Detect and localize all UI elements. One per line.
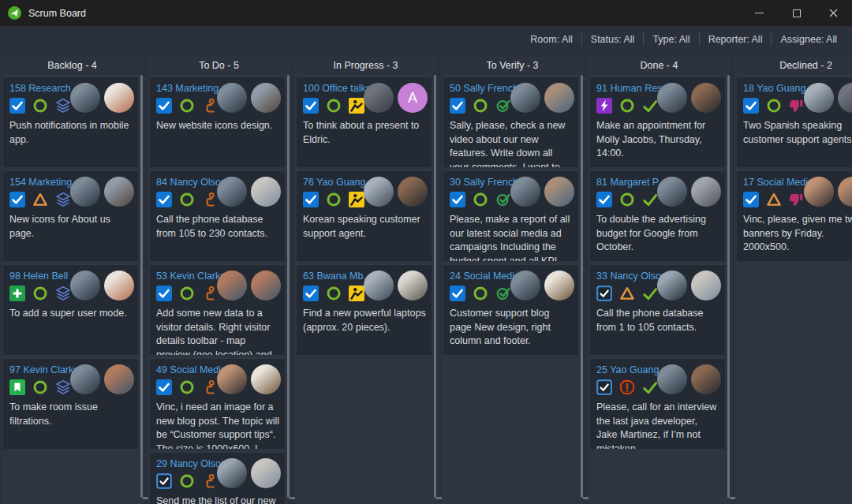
card[interactable]: 81 Margaret P...To double the advertisin… (590, 170, 725, 261)
card[interactable]: 143 Marketing ...New website icons desig… (150, 77, 285, 167)
card[interactable]: 91 Human Res...Make an appointment for M… (590, 77, 725, 167)
column-scrollbar[interactable] (287, 75, 290, 498)
card-title-link[interactable]: 49 Social Media (156, 364, 226, 376)
checkbox-outline-icon (596, 379, 612, 395)
card-avatars (657, 364, 721, 394)
card[interactable]: 18 Yao GuangTwo Spanish speaking custome… (737, 77, 852, 167)
avatar (217, 271, 247, 301)
filter-type[interactable]: Type: All (644, 34, 698, 45)
card-title-link[interactable]: 158 Research ... (9, 82, 79, 95)
card-title-link[interactable]: 29 Nancy Olson (156, 457, 226, 470)
card[interactable]: 97 Kevin ClarkeTo make room issue filtra… (3, 358, 138, 449)
card-title-link[interactable]: 17 Social Media (743, 176, 813, 189)
card-title-link[interactable]: 18 Yao Guang (743, 82, 813, 95)
card-title-link[interactable]: 84 Nancy Olson (156, 176, 226, 189)
card-description: Two Spanish speaking customer support ag… (743, 119, 852, 147)
column-done: Done - 491 Human Res...Make an appointme… (589, 57, 730, 504)
card[interactable]: 49 Social MediaVinc, i need an image for… (150, 358, 285, 449)
filter-assignee[interactable]: Assignee: All (772, 34, 846, 45)
filter-reporter[interactable]: Reporter: All (700, 34, 772, 45)
filter-status[interactable]: Status: All (582, 34, 644, 45)
card[interactable]: 30 Sally FrenchPlease, make a report of … (443, 170, 578, 261)
column-header: Backlog - 4 (2, 57, 143, 74)
column-declined: Declined - 218 Yao GuangTwo Spanish spea… (735, 57, 852, 504)
circle-green-icon (473, 98, 488, 114)
avatar (217, 364, 247, 394)
circle-green-icon (473, 286, 488, 301)
card[interactable]: 63 Bwana Mb...Find a new powerful laptop… (297, 264, 432, 355)
card[interactable]: 76 Yao GuangKorean speaking customer sup… (297, 170, 432, 261)
layers-icon (55, 286, 71, 301)
card-title-link[interactable]: 91 Human Res... (596, 82, 666, 95)
checkbox-outline-icon (596, 286, 612, 301)
card-title-link[interactable]: 76 Yao Guang (303, 176, 372, 189)
card-title-link[interactable]: 33 Nancy Olson (596, 270, 666, 282)
card-title-link[interactable]: 81 Margaret P... (596, 176, 666, 189)
avatar (804, 177, 834, 207)
column-backlog: Backlog - 4158 Research ...Push notifica… (2, 57, 143, 504)
circle-green-icon (473, 192, 488, 207)
avatar (691, 83, 721, 113)
card-description: New icons for About us page. (9, 213, 133, 241)
circle-green-icon (32, 379, 48, 395)
column-scrollbar[interactable] (727, 75, 730, 498)
worker-yellow-icon (349, 192, 364, 207)
card[interactable]: 158 Research ...Push notifications in mo… (3, 77, 138, 167)
filter-room[interactable]: Room: All (521, 34, 581, 45)
card[interactable]: 29 Nancy OlsonSend me the list of our ne… (150, 452, 285, 504)
avatar (838, 177, 852, 207)
card[interactable]: 84 Nancy OlsonCall the phone database fr… (150, 170, 285, 261)
card-title-link[interactable]: 100 Office talks (303, 82, 372, 95)
card[interactable]: 25 Yao GuangPlease, call for an intervie… (590, 358, 725, 449)
column-header: Declined - 2 (735, 57, 852, 74)
card[interactable]: 154 Marketing ...New icons for About us … (3, 170, 138, 261)
card[interactable]: 53 Kevin ClarkeAdd some new data to a vi… (150, 264, 285, 355)
card-title-link[interactable]: 30 Sally French (450, 176, 519, 189)
card-description: Please, call for an interview the last j… (596, 401, 720, 449)
card-title-link[interactable]: 143 Marketing ... (156, 82, 226, 95)
card-title-link[interactable]: 97 Kevin Clarke (9, 364, 79, 376)
card-title-link[interactable]: 154 Marketing ... (9, 176, 79, 189)
plus-green-icon (9, 286, 25, 301)
card-avatars (70, 364, 134, 394)
minimize-icon (755, 13, 764, 13)
column-header: To Verify - 3 (442, 57, 583, 74)
card-avatars (657, 177, 721, 207)
circle-green-icon (32, 286, 48, 301)
card-title-link[interactable]: 24 Social Media (450, 270, 519, 282)
avatar (364, 83, 394, 113)
card[interactable]: 24 Social MediaCustomer support blog pag… (443, 264, 578, 355)
card-description: Find a new powerful laptops (approx. 20 … (303, 307, 427, 334)
avatar (510, 83, 540, 113)
board: Backlog - 4158 Research ...Push notifica… (0, 52, 852, 504)
avatar (70, 364, 100, 394)
card-title-link[interactable]: 50 Sally French (450, 82, 519, 95)
column-scrollbar[interactable] (140, 75, 143, 498)
card-title-link[interactable]: 63 Bwana Mb... (303, 270, 372, 282)
avatar (657, 271, 687, 301)
checkbox-filled-icon (303, 192, 319, 207)
card-title-link[interactable]: 25 Yao Guang (596, 364, 666, 376)
column-scrollbar[interactable] (434, 75, 436, 498)
avatar (217, 458, 247, 488)
card[interactable]: 33 Nancy OlsonCall the phone database fr… (590, 264, 725, 355)
card-avatars (510, 177, 574, 207)
maximize-button[interactable] (778, 0, 815, 26)
column-header: To Do - 5 (148, 57, 290, 74)
card[interactable]: 98 Helen BellTo add a super user mode. (3, 264, 138, 355)
card[interactable]: 17 Social MediaVinc, please, given me tw… (737, 170, 852, 261)
triangle-orange-icon (766, 192, 782, 207)
close-button[interactable] (815, 0, 852, 26)
check-green-icon (642, 286, 658, 301)
avatar (217, 83, 247, 113)
minimize-button[interactable] (741, 0, 778, 26)
card-title-link[interactable]: 53 Kevin Clarke (156, 270, 226, 282)
card[interactable]: 100 Office talksATo think about a presen… (297, 77, 432, 167)
card-description: Call the phone database from 105 to 230 … (156, 213, 280, 241)
column-scrollbar[interactable] (581, 75, 583, 498)
checkbox-filled-icon (743, 192, 759, 207)
card-description: Please, make a report of all our latest … (450, 213, 574, 261)
card-title-link[interactable]: 98 Helen Bell (9, 270, 79, 282)
card[interactable]: 50 Sally FrenchSally, please, check a ne… (443, 77, 578, 167)
triangle-orange-icon (619, 286, 635, 301)
